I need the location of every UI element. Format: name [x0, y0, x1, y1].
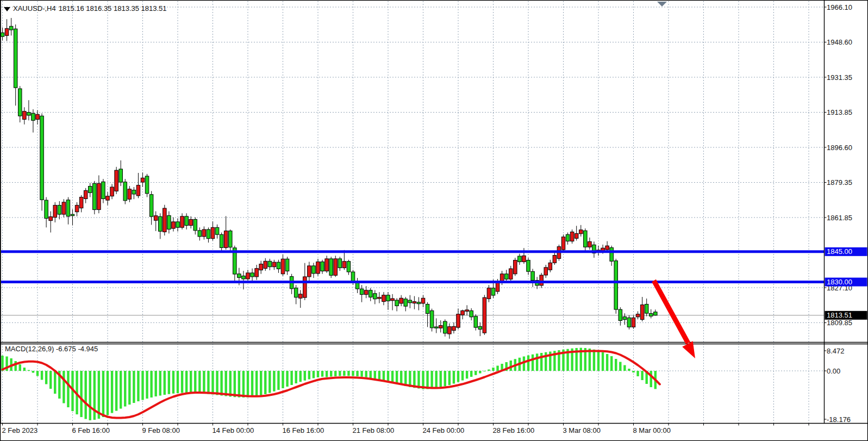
svg-text:24 Feb 00:00: 24 Feb 00:00: [423, 426, 465, 434]
symbol-dropdown-icon[interactable]: [4, 7, 10, 11]
svg-text:8 Mar 00:00: 8 Mar 00:00: [633, 426, 671, 434]
svg-text:16 Feb 16:00: 16 Feb 16:00: [283, 426, 324, 434]
level-price-badge: 1830.00: [825, 278, 867, 287]
svg-text:9 Feb 08:00: 9 Feb 08:00: [142, 426, 180, 434]
svg-text:1931.35: 1931.35: [827, 73, 852, 82]
chart-canvas[interactable]: 1966.101948.601931.351913.851896.601879.…: [0, 0, 868, 441]
svg-text:2 Feb 2023: 2 Feb 2023: [2, 426, 38, 434]
svg-text:-18.176: -18.176: [827, 415, 851, 424]
svg-text:1896.60: 1896.60: [827, 144, 852, 152]
svg-text:0.00: 0.00: [827, 367, 840, 375]
level-price-badge: 1845.00: [825, 247, 867, 256]
svg-text:1879.35: 1879.35: [827, 178, 852, 187]
svg-text:1948.60: 1948.60: [827, 38, 852, 46]
svg-text:21 Feb 08:00: 21 Feb 08:00: [353, 426, 395, 434]
svg-text:1966.10: 1966.10: [827, 3, 852, 11]
ohlc-values: 1815.16 1816.35 1813.35 1813.51: [59, 4, 167, 13]
svg-text:14 Feb 00:00: 14 Feb 00:00: [213, 426, 254, 434]
svg-text:8.472: 8.472: [827, 347, 845, 355]
svg-text:1845.00: 1845.00: [827, 247, 852, 256]
current-price-badge: 1813.51: [825, 311, 867, 320]
symbol-timeframe-label: XAUUSD-,H4: [13, 4, 56, 13]
svg-text:3 Mar 08:00: 3 Mar 08:00: [563, 426, 601, 434]
svg-text:1913.85: 1913.85: [827, 108, 852, 116]
indicator-label: MACD(12,26,9) -6.675 -4.945: [5, 345, 98, 353]
svg-text:1813.51: 1813.51: [827, 311, 852, 319]
svg-text:1861.85: 1861.85: [827, 214, 852, 222]
svg-text:1809.85: 1809.85: [827, 319, 852, 327]
svg-text:28 Feb 16:00: 28 Feb 16:00: [493, 426, 535, 434]
svg-text:6 Feb 16:00: 6 Feb 16:00: [72, 426, 110, 434]
svg-text:1830.00: 1830.00: [827, 278, 852, 286]
symbol-header: XAUUSD-,H4 1815.16 1816.35 1813.35 1813.…: [4, 4, 167, 13]
chart-window: 1966.101948.601931.351913.851896.601879.…: [0, 0, 868, 441]
